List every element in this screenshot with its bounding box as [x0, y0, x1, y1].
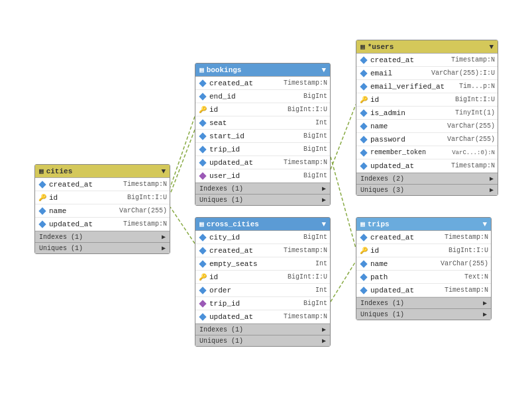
trips-col-path: path: [370, 273, 464, 281]
cross_cities-indexes-section[interactable]: Indexes (1) ▶: [195, 324, 330, 335]
trips-type-id: BigInt:I:U: [449, 247, 488, 254]
diamond-icon: [198, 158, 207, 167]
key-icon: 🔑: [198, 105, 207, 114]
trips-header: ▦ trips ▼: [356, 218, 491, 231]
users-type-updated_at: Timestamp:N: [451, 162, 495, 169]
cross_cities-chevron: ▼: [321, 220, 326, 228]
cities-indexes-section[interactable]: Indexes (1) ▶: [35, 231, 170, 242]
diamond-icon: [38, 220, 47, 229]
users-type-name: VarChar(255): [447, 122, 495, 130]
users-row-id: 🔑 id BigInt:I:U: [356, 93, 498, 107]
svg-line-5: [331, 261, 356, 302]
users-row-email: email VarChar(255):I:U: [356, 67, 498, 80]
trips-col-name: name: [370, 260, 441, 268]
bookings-type-seat: Int: [315, 119, 327, 126]
trips-indexes-chevron: ▶: [483, 299, 487, 307]
bookings-col-start_id: start_id: [209, 132, 303, 140]
users-row-updated_at: updated_at Timestamp:N: [356, 159, 498, 173]
trips-indexes-label: Indexes (1): [360, 300, 404, 307]
bookings-col-user_id: user_id: [209, 172, 303, 180]
diamond-icon: [198, 118, 207, 128]
cities-uniques-section[interactable]: Uniques (1) ▶: [35, 242, 170, 253]
bookings-indexes-section[interactable]: Indexes (1) ▶: [195, 183, 330, 194]
cross_cities-row-order: order Int: [195, 284, 330, 297]
key-icon: 🔑: [198, 273, 207, 282]
cross_cities-row-updated_at: updated_at Timestamp:N: [195, 310, 330, 324]
users-type-email_verified_at: Tim...p:N: [459, 83, 495, 90]
diamond-icon: [359, 273, 368, 282]
cross_cities-col-trip_id: trip_id: [209, 300, 303, 308]
trips-col-id: id: [370, 247, 449, 255]
cross_cities-row-created_at: created_at Timestamp:N: [195, 244, 330, 257]
cities-header: ▦ cities ▼: [35, 165, 170, 178]
users-type-password: VarChar(255): [447, 136, 495, 143]
bookings-uniques-section[interactable]: Uniques (1) ▶: [195, 194, 330, 205]
cross_cities-uniques-section[interactable]: Uniques (1) ▶: [195, 335, 330, 346]
trips-type-created_at: Timestamp:N: [445, 234, 488, 241]
svg-line-0: [170, 130, 195, 194]
trips-uniques-label: Uniques (1): [360, 311, 404, 318]
cities-grid-icon: ▦: [39, 167, 44, 175]
cross_cities-type-id: BigInt:I:U: [288, 273, 327, 281]
trips-col-created_at: created_at: [370, 234, 445, 242]
cross_cities-type-updated_at: Timestamp:N: [284, 313, 327, 320]
diamond-icon: [38, 206, 47, 216]
users-indexes-section[interactable]: Indexes (2) ▶: [356, 173, 498, 184]
table-trips: ▦ trips ▼ created_at Timestamp:N 🔑 id Bi…: [356, 217, 492, 320]
table-cities: ▦ cities ▼ created_at Timestamp:N 🔑 id B…: [34, 164, 170, 254]
bookings-row-seat: seat Int: [195, 116, 330, 130]
cross_cities-uniques-chevron: ▶: [322, 337, 326, 345]
table-bookings: ▦ bookings ▼ created_at Timestamp:N end_…: [195, 63, 331, 206]
trips-grid-icon: ▦: [360, 220, 365, 228]
bookings-grid-icon: ▦: [199, 66, 204, 74]
svg-line-1: [170, 116, 195, 187]
cross_cities-col-order: order: [209, 287, 315, 294]
bookings-type-trip_id: BigInt: [303, 146, 327, 153]
diamond-icon: [198, 246, 207, 255]
bookings-col-seat: seat: [209, 119, 315, 127]
bookings-uniques-chevron: ▶: [322, 196, 326, 204]
cities-type-id: BigInt:I:U: [127, 194, 167, 201]
table-users: ▦ *users ▼ created_at Timestamp:N email …: [356, 40, 498, 196]
diamond-icon: [359, 161, 368, 171]
cross_cities-row-id: 🔑 id BigInt:I:U: [195, 271, 330, 284]
cross_cities-title: cross_cities: [207, 220, 259, 228]
diamond-purple-icon: [198, 171, 207, 181]
svg-line-3: [331, 105, 356, 169]
cities-row-created_at: created_at Timestamp:N: [35, 178, 170, 191]
trips-uniques-section[interactable]: Uniques (1) ▶: [356, 308, 491, 320]
cities-row-updated_at: updated_at Timestamp:N: [35, 218, 170, 231]
users-type-created_at: Timestamp:N: [451, 56, 495, 64]
cross_cities-col-id: id: [209, 273, 288, 281]
diamond-icon: [198, 259, 207, 269]
cross_cities-col-empty_seats: empty_seats: [209, 260, 315, 268]
key-icon: 🔑: [38, 193, 47, 202]
cross_cities-indexes-chevron: ▶: [322, 326, 326, 333]
diamond-icon: [38, 180, 47, 189]
diamond-icon: [198, 233, 207, 242]
key-icon: 🔑: [359, 95, 368, 105]
cross_cities-row-city_id: city_id BigInt: [195, 231, 330, 244]
diamond-icon: [359, 56, 368, 65]
cities-type-updated_at: Timestamp:N: [123, 220, 167, 228]
users-uniques-section[interactable]: Uniques (3) ▶: [356, 184, 498, 195]
diagram-canvas: ▦ cities ▼ created_at Timestamp:N 🔑 id B…: [0, 0, 532, 399]
diamond-icon: [359, 286, 368, 295]
trips-indexes-section[interactable]: Indexes (1) ▶: [356, 297, 491, 308]
cities-title: cities: [46, 167, 73, 175]
bookings-row-start_id: start_id BigInt: [195, 130, 330, 143]
cities-col-name: name: [49, 207, 119, 215]
bookings-col-id: id: [209, 106, 288, 114]
users-chevron: ▼: [489, 43, 494, 51]
cities-uniques-label: Uniques (1): [39, 245, 83, 252]
users-col-email: email: [370, 69, 431, 77]
cross_cities-uniques-label: Uniques (1): [199, 337, 243, 345]
cross_cities-indexes-label: Indexes (1): [199, 326, 243, 333]
users-type-is_admin: TinyInt(1): [455, 109, 495, 116]
diamond-icon: [359, 148, 368, 157]
users-col-email_verified_at: email_verified_at: [370, 83, 459, 91]
users-col-name: name: [370, 122, 447, 130]
cross_cities-type-empty_seats: Int: [315, 260, 327, 267]
diamond-purple-icon: [198, 299, 207, 308]
cities-chevron: ▼: [161, 167, 166, 175]
